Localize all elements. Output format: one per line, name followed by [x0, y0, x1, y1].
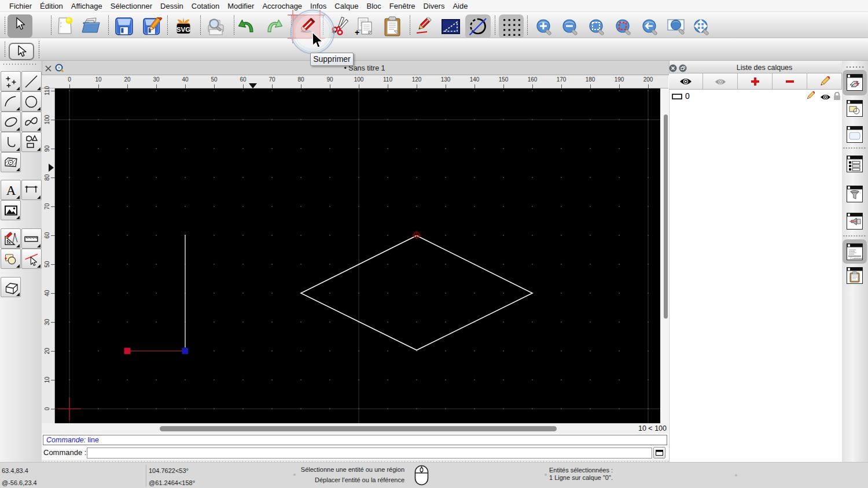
svg-text:A: A — [6, 183, 16, 198]
svg-text:SVG: SVG — [176, 26, 190, 33]
svg-text:C commande: C commande — [850, 257, 863, 260]
svg-text:+: + — [355, 28, 359, 37]
